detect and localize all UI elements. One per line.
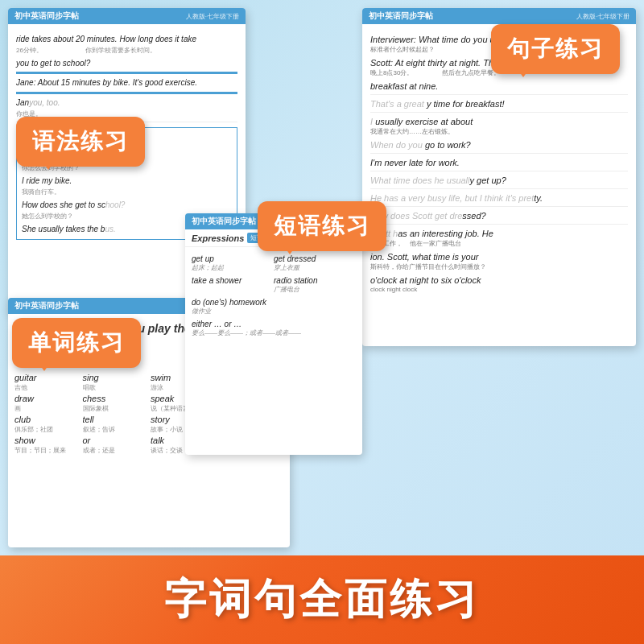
word-club-cn: 俱乐部；社团 [14,425,80,434]
expr-en-2b: radio station 广播电台 [274,276,356,294]
sent-line-5: I usually exercise at about [370,117,628,126]
grammar-line-4: Janyou, too. [16,97,237,109]
vocab-label-badge: 单词练习 [12,318,141,368]
sent-line-12: ion. Scott, what time is your [370,252,628,262]
expr-en-4a: either … or … 要么——要么——；或者——或者—— [192,320,356,337]
expr-en-3a: do (one's) homework 做作业 [192,298,356,316]
sent-line-9: He has a very busy life, but I think it'… [370,193,628,203]
expr-row-2: take a shower radio station 广播电台 [192,276,356,294]
sent-divider-4 [370,171,628,171]
word-club-en: club [14,415,80,424]
sent-line-8: What time does he usually get up? [370,175,628,185]
word-chess-en: chess [83,394,148,403]
word-sing: sing 唱歌 [83,373,148,392]
highlight-divider-1 [16,72,237,74]
word-club: club 俱乐部；社团 [14,415,80,434]
word-or-en: or [83,436,148,445]
content-area: 初中英语同步字帖 人教版·七年级下册 ride takes about 20 m… [0,0,644,555]
word-chess-cn: 国际象棋 [83,404,148,413]
grammar-line-1-cn: 26分钟。 你到学校需要多长时间。 [16,46,237,55]
expr-rows: get up 起床；起起 get dressed 穿上衣服 take a sho… [185,247,362,345]
grammar-ws-sub: 人教版·七年级下册 [186,12,239,21]
grammar-ws-header: 初中英语同步字帖 人教版·七年级下册 [8,8,246,24]
sentence-label-text: 句子练习 [507,36,604,61]
sent-line-11-cn: 他的工作， 他在一家广播电台 [370,239,628,248]
word-sing-cn: 唱歌 [83,383,148,392]
word-draw-en: draw [14,394,80,403]
sent-line-6: When do you go to work? [370,140,628,150]
gf-line-3: How does she get to school? [22,200,232,211]
bottom-banner: 字词句全面练习 [0,555,644,644]
phrase-label-text: 短语练习 [274,213,370,238]
sent-divider-2 [370,112,628,113]
word-show-en: show [14,436,80,445]
main-container: 初中英语同步字帖 人教版·七年级下册 ride takes about 20 m… [0,0,644,644]
grammar-line-2: you to get to school? [16,58,237,69]
expr-en-1a: get up 起床；起起 [192,254,274,272]
word-show-cn: 节目；节日；展来 [14,446,80,455]
expr-cn-1a: 起床；起起 [192,263,274,272]
gf-line-2-cn: 我骑自行车。 [22,188,232,196]
expr-row-4: either … or … 要么——要么——；或者——或者—— [192,320,356,337]
word-tell: tell 叙述；告诉 [83,415,148,434]
grammar-label-badge: 语法练习 [16,117,145,167]
word-draw-cn: 画 [14,404,80,413]
word-chess: chess 国际象棋 [83,394,148,413]
word-show: show 节目；节日；展来 [14,436,80,455]
sentence-ws-header: 初中英语同步字帖 人教版·七年级下册 [362,8,636,24]
expr-row-1: get up 起床；起起 get dressed 穿上衣服 [192,254,356,272]
expr-cn-2b: 广播电台 [274,285,356,294]
word-sing-en: sing [83,373,148,382]
word-tell-cn: 叙述；告诉 [83,425,148,434]
grammar-line-3: Jane: About 15 minutes by bike. It's goo… [16,77,237,89]
sent-divider-3 [370,153,628,154]
expr-cn-3a: 做作业 [192,307,356,316]
phrase-label-badge: 短语练习 [258,201,386,251]
vocab-label-text: 单词练习 [28,330,125,355]
word-or-cn: 或者；还是 [83,446,148,455]
grammar-label-text: 语法练习 [32,129,129,154]
expr-row-3: do (one's) homework 做作业 [192,298,356,316]
expr-cn-4a: 要么——要么——；或者——或者—— [192,328,356,337]
sent-divider-6 [370,206,628,207]
expressions-label: Expressions [192,233,244,243]
sent-line-12-cn: 斯科特，你给广播节目在什么时间播放？ [370,262,628,271]
sent-divider-1 [370,94,628,95]
vocab-ws-title: 初中英语同步字帖 [14,300,79,312]
sentence-ws-title: 初中英语同步字帖 [369,10,433,22]
bottom-banner-text: 字词句全面练习 [164,572,480,628]
sent-line-3: breakfast at nine. [370,81,628,91]
word-tell-en: tell [83,415,148,424]
sentence-label-badge: 句子练习 [491,24,620,74]
expr-cn-1b: 穿上衣服 [274,263,356,272]
grammar-ws-title: 初中英语同步字帖 [14,10,79,22]
sent-divider-7 [370,224,628,225]
highlight-divider-2 [16,92,237,94]
sent-line-10: How does Scott get dressed? [370,211,628,221]
expr-en-2a: take a shower [192,276,274,294]
sentence-ws-sub: 人教版·七年级下册 [576,12,630,21]
sent-line-13-cn: clock night clock [370,286,628,293]
word-or: or 或者；还是 [83,436,148,455]
sent-line-11: Scott has an interesting job. He [370,229,628,238]
expr-ws-title: 初中英语同步字帖 [192,217,256,225]
sent-line-5-cn: 我通常在大约……左右锻炼。 [370,127,628,136]
word-guitar-cn: 吉他 [14,383,80,392]
sent-line-4: That's a great y time for breakfast! [370,99,628,109]
sent-line-13: o'clock at night to six o'clock [370,275,628,285]
grammar-line-1: ride takes about 20 minutes. How long do… [16,34,237,45]
word-draw: draw 画 [14,394,80,413]
sent-divider-5 [370,188,628,189]
sent-line-7: I'm never late for work. [370,158,628,167]
